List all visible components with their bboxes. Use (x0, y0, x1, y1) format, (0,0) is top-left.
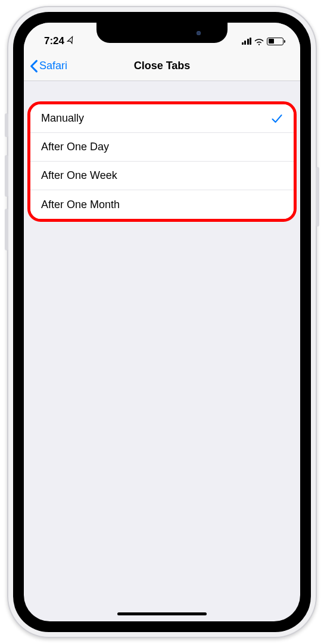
battery-fill (269, 39, 274, 44)
checkmark-icon (271, 113, 283, 124)
nav-bar: Safari Close Tabs (24, 51, 300, 81)
option-label: After One Week (41, 169, 117, 182)
option-after-one-month[interactable]: After One Month (30, 190, 294, 219)
volume-down-button (5, 209, 8, 250)
notch (96, 23, 228, 43)
cellular-icon (242, 38, 252, 45)
highlight-annotation: Manually After One Day After One Week (27, 101, 297, 222)
location-icon (66, 35, 77, 48)
home-indicator[interactable] (117, 612, 207, 615)
option-label: After One Day (41, 141, 109, 153)
page-title: Close Tabs (134, 60, 191, 72)
status-left: 7:24 (44, 35, 75, 47)
option-after-one-day[interactable]: After One Day (30, 133, 294, 162)
mute-switch (5, 113, 8, 137)
back-label: Safari (39, 60, 67, 72)
content-area: Manually After One Day After One Week (24, 81, 300, 222)
screen: 7:24 (24, 23, 300, 621)
battery-icon (267, 38, 284, 45)
volume-up-button (5, 155, 8, 197)
power-button (316, 167, 319, 227)
camera-dot (197, 31, 201, 35)
option-manually[interactable]: Manually (30, 104, 294, 133)
close-tabs-options: Manually After One Day After One Week (30, 104, 294, 219)
option-after-one-week[interactable]: After One Week (30, 162, 294, 190)
status-time: 7:24 (44, 35, 64, 47)
chevron-left-icon (30, 60, 38, 73)
wifi-icon (254, 37, 264, 45)
status-right (242, 37, 284, 45)
option-label: Manually (41, 112, 84, 125)
phone-bezel: 7:24 (13, 12, 311, 632)
phone-frame: 7:24 (7, 6, 317, 638)
option-label: After One Month (41, 199, 120, 211)
back-button[interactable]: Safari (30, 60, 67, 73)
